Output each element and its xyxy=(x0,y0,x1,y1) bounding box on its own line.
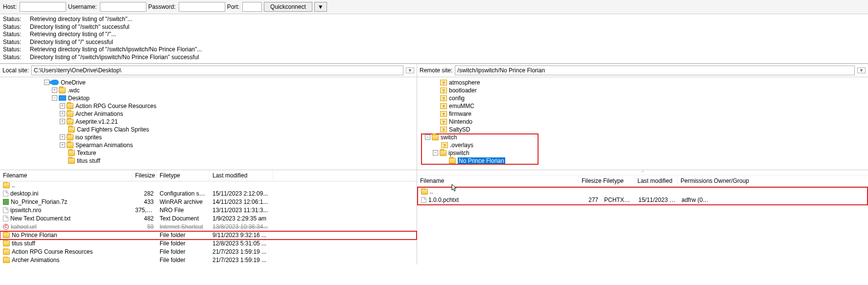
log-label: Status: xyxy=(3,31,30,39)
file-modified: 1/9/2023 2:29:35 am xyxy=(210,215,273,222)
log-message: Retrieving directory listing of "/switch… xyxy=(30,46,202,54)
remote-path-dropdown[interactable]: ▼ xyxy=(857,67,866,73)
folder-icon xyxy=(67,134,73,140)
log-entry: Status:Directory listing of "/" successf… xyxy=(3,39,865,46)
tree-item[interactable]: +Aseprite.v1.2.21 xyxy=(0,118,417,126)
tree-label: Aseprite.v1.2.21 xyxy=(75,118,118,125)
local-path-dropdown[interactable]: ▼ xyxy=(406,67,414,73)
file-modified: 13/11/2023 11:31:3... xyxy=(210,207,273,214)
col-lastmod[interactable]: Last modified xyxy=(634,175,678,186)
tree-label: Texture xyxy=(77,150,96,156)
archive-icon xyxy=(3,199,9,205)
file-row[interactable]: No Prince FlorianFile folder9/11/2023 9:… xyxy=(0,231,417,240)
collapse-icon[interactable]: − xyxy=(425,134,430,140)
folder-icon xyxy=(440,150,446,156)
tree-item[interactable]: +.wdc xyxy=(0,87,417,94)
expand-icon[interactable]: + xyxy=(60,111,65,116)
col-filename[interactable]: Filename xyxy=(417,175,579,186)
file-row[interactable]: titus stuffFile folder12/8/2023 5:31:05 … xyxy=(0,240,417,248)
file-type: Configuration setti... xyxy=(157,190,210,197)
expand-icon[interactable]: + xyxy=(60,134,65,140)
tree-label: atmosphere xyxy=(449,79,480,86)
tree-item[interactable]: −ipswitch xyxy=(417,149,868,157)
log-message: Directory listing of "/" successful xyxy=(30,39,113,46)
tree-label: No Prince Florian xyxy=(458,157,505,164)
tree-item[interactable]: −switch xyxy=(417,133,868,141)
onedrive-icon xyxy=(51,80,59,85)
file-permissions: adfrw (0666) xyxy=(679,197,712,203)
username-input[interactable] xyxy=(100,2,146,12)
tree-item[interactable]: +Spearman Animations xyxy=(0,141,417,149)
file-name: kahoot.url xyxy=(11,223,37,230)
col-ownergroup[interactable]: Owner/Group xyxy=(711,175,745,186)
tree-item[interactable]: +iso sprites xyxy=(0,133,417,141)
file-modified: 13/8/2023 10:36:34... xyxy=(210,223,273,230)
remote-tree[interactable]: ?atmosphere?bootloader?config?emuMMC?fir… xyxy=(417,77,868,170)
expand-icon[interactable]: + xyxy=(60,119,65,124)
remote-file-list: Filename Filesize Filetype Last modified… xyxy=(417,175,868,205)
collapse-icon[interactable]: − xyxy=(44,80,49,85)
file-row[interactable]: 1.0.0.pchtxt277PCHTXT File15/11/2023 8:5… xyxy=(418,196,867,204)
expand-icon[interactable]: + xyxy=(60,103,65,109)
file-modified: 15/11/2023 8:5... xyxy=(635,197,679,203)
file-row[interactable]: No_Prince_Florian.7z433WinRAR archive14/… xyxy=(0,198,417,206)
tree-item[interactable]: −OneDrive xyxy=(0,79,417,87)
col-filetype[interactable]: Filetype xyxy=(157,170,210,181)
port-input[interactable] xyxy=(242,2,262,12)
tree-item[interactable]: ?.overlays xyxy=(417,141,868,149)
desktop-icon xyxy=(59,95,66,101)
col-lastmod[interactable]: Last modified xyxy=(210,170,273,181)
file-row[interactable]: desktop.ini282Configuration setti...15/1… xyxy=(0,190,417,198)
quickconnect-button[interactable]: Quickconnect xyxy=(264,2,312,12)
tree-item[interactable]: Texture xyxy=(0,149,417,157)
collapse-icon[interactable]: − xyxy=(433,150,438,155)
password-input[interactable] xyxy=(179,2,225,12)
tree-item[interactable]: ?SaltySD xyxy=(417,126,868,133)
file-row[interactable]: Archer AnimationsFile folder21/7/2023 1:… xyxy=(0,256,417,264)
expand-icon[interactable]: + xyxy=(60,142,65,148)
tree-item[interactable]: titus stuff xyxy=(0,157,417,165)
local-file-list: Filename Filesize Filetype Last modified… xyxy=(0,170,417,264)
file-row[interactable]: .. xyxy=(0,181,417,190)
tree-label: .wdc xyxy=(68,87,80,94)
splitter-grip[interactable]: ⌃ xyxy=(417,170,868,175)
local-path-input[interactable] xyxy=(31,66,403,75)
col-permissions[interactable]: Permissions xyxy=(678,175,711,186)
expand-icon[interactable]: + xyxy=(52,88,57,93)
col-filetype[interactable]: Filetype xyxy=(600,175,634,186)
tree-item[interactable]: −Desktop xyxy=(0,94,417,102)
tree-item[interactable]: +Action RPG Course Resources xyxy=(0,102,417,110)
tree-item[interactable]: ?atmosphere xyxy=(417,79,868,87)
file-row[interactable]: ipswitch.nro375,700NRO File13/11/2023 11… xyxy=(0,206,417,215)
tree-item[interactable]: ?config xyxy=(417,94,868,102)
tree-item[interactable]: Card Fighters Clash Sprites xyxy=(0,126,417,133)
file-name: .. xyxy=(430,188,433,195)
password-label: Password: xyxy=(148,3,176,10)
tree-label: Nintendo xyxy=(449,118,472,125)
tree-item[interactable]: +Archer Animations xyxy=(0,110,417,118)
file-icon xyxy=(421,197,426,203)
file-row[interactable]: New Text Document.txt482Text Document1/9… xyxy=(0,215,417,223)
file-row[interactable]: kahoot.url59Internet Shortcut13/8/2023 1… xyxy=(0,223,417,231)
remote-path-input[interactable] xyxy=(455,66,855,75)
tree-label: Desktop xyxy=(68,95,90,102)
tree-item[interactable]: ?Nintendo xyxy=(417,118,868,126)
tree-item[interactable]: No Prince Florian xyxy=(417,157,868,165)
quickconnect-dropdown[interactable]: ▼ xyxy=(314,2,327,12)
tree-item[interactable]: ?emuMMC xyxy=(417,102,868,110)
file-type: File folder xyxy=(157,248,210,255)
tree-label: SaltySD xyxy=(449,126,470,133)
tree-label: Card Fighters Clash Sprites xyxy=(77,126,149,133)
file-row[interactable]: Action RPG Course ResourcesFile folder21… xyxy=(0,248,417,256)
collapse-icon[interactable]: − xyxy=(52,95,57,101)
local-tree[interactable]: −OneDrive+.wdc−Desktop+Action RPG Course… xyxy=(0,77,417,170)
col-filesize[interactable]: Filesize xyxy=(132,170,157,181)
col-filename[interactable]: Filename xyxy=(0,170,132,181)
folder-icon xyxy=(3,257,10,263)
host-input[interactable] xyxy=(20,2,66,12)
file-row[interactable]: .. xyxy=(418,188,867,196)
remote-path-bar: Remote site: ▼ xyxy=(417,64,868,77)
tree-item[interactable]: ?bootloader xyxy=(417,87,868,94)
tree-item[interactable]: ?firmware xyxy=(417,110,868,118)
col-filesize[interactable]: Filesize xyxy=(579,175,600,186)
